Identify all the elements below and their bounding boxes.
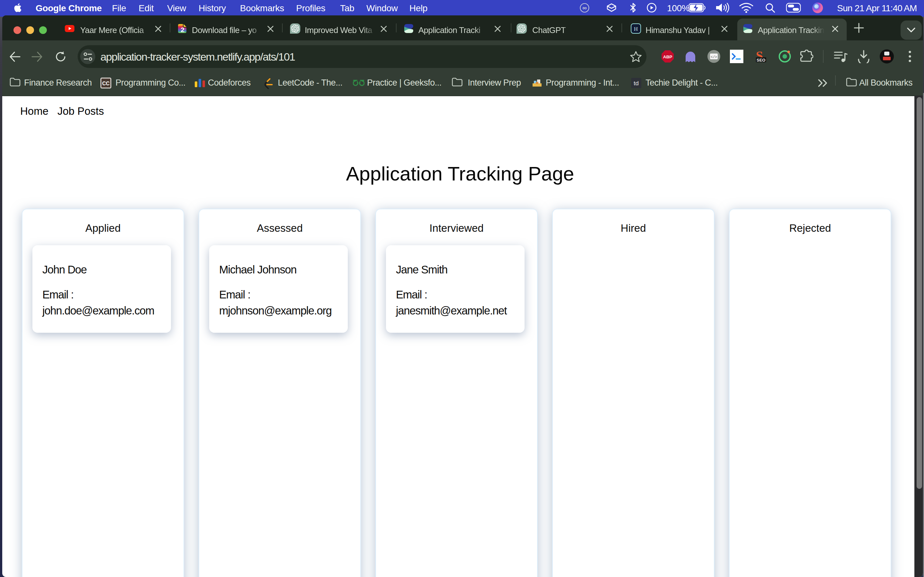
svg-text:td: td	[634, 80, 639, 87]
svg-text:CC: CC	[102, 81, 110, 86]
svg-text:H: H	[634, 26, 638, 32]
svg-text:SEO: SEO	[756, 58, 765, 63]
svg-text:</>: </>	[711, 55, 717, 59]
svg-text:ABP: ABP	[663, 55, 672, 59]
svg-text:2: 2	[181, 26, 184, 33]
svg-text:∞: ∞	[582, 5, 587, 11]
